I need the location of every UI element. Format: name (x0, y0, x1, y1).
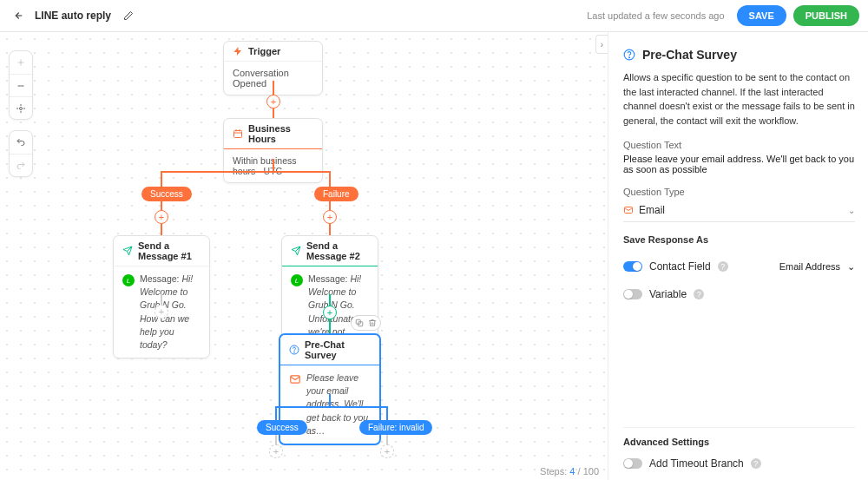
delete-node-button[interactable] (366, 319, 378, 327)
pre-chat-survey-title: Pre-Chat Survey (305, 339, 371, 360)
last-updated-label: Last updated a few seconds ago (587, 10, 724, 21)
plus-icon (16, 57, 26, 68)
line-channel-icon: L (291, 274, 303, 286)
trigger-node[interactable]: Trigger Conversation Opened (223, 41, 323, 95)
variable-label: Variable (649, 288, 687, 300)
add-step-survey-failure[interactable]: + (380, 444, 394, 458)
help-contact-field-icon[interactable]: ? (718, 261, 728, 272)
workflow-canvas[interactable]: Trigger Conversation Opened + Business H… (0, 32, 608, 480)
send-message-1-head: Send a Message #1 (114, 236, 209, 266)
pencil-icon (123, 10, 134, 21)
bolt-icon (233, 46, 243, 56)
chevron-down-icon: ⌄ (848, 206, 855, 215)
undo-group (9, 130, 33, 177)
help-variable-icon[interactable]: ? (694, 289, 704, 299)
calendar-icon (233, 128, 243, 139)
contact-field-select[interactable]: Email Address ⌄ (779, 261, 855, 273)
trash-icon (368, 319, 377, 327)
undo-icon (16, 137, 26, 148)
timeout-toggle[interactable] (623, 458, 642, 469)
timeout-label: Add Timeout Branch (649, 457, 744, 470)
add-step-success[interactable]: + (155, 210, 168, 224)
panel-description: Allows a specific question to be sent to… (623, 70, 855, 128)
add-step-failure[interactable]: + (323, 210, 337, 224)
send-message-2-head: Send a Message #2 (282, 236, 378, 266)
variable-toggle[interactable] (623, 289, 642, 299)
node-action-toolbar (351, 315, 381, 331)
redo-button[interactable] (10, 154, 32, 176)
line-channel-icon: L (122, 274, 135, 286)
fit-view-button[interactable] (10, 96, 32, 119)
minus-icon (16, 81, 26, 91)
send-message-1-node[interactable]: Send a Message #1 L Message: Hi! Welcome… (113, 235, 210, 358)
send-icon (291, 246, 301, 256)
branch-success-chip[interactable]: Success (141, 187, 192, 201)
question-circle-icon (289, 345, 299, 355)
business-hours-head: Business Hours (224, 119, 322, 149)
branch-failure-chip[interactable]: Failure (314, 187, 358, 201)
trigger-title: Trigger (248, 46, 280, 56)
contact-field-row: Contact Field ? Email Address ⌄ (623, 260, 855, 273)
panel-collapse-button[interactable]: › (595, 35, 608, 54)
header-left: LINE auto reply (9, 7, 137, 24)
redo-icon (16, 161, 26, 171)
chevron-right-icon: › (601, 40, 603, 49)
app-header: LINE auto reply Last updated a few secon… (0, 0, 868, 32)
question-text-label: Question Text (623, 140, 855, 150)
steps-counter: Steps: 4 / 100 (540, 466, 599, 477)
pre-chat-survey-head: Pre-Chat Survey (280, 335, 379, 365)
survey-branch-success-chip[interactable]: Success (257, 420, 307, 435)
question-type-value: Email (639, 204, 665, 216)
zoom-group (9, 50, 33, 120)
header-right: Last updated a few seconds ago SAVE PUBL… (587, 5, 859, 26)
trigger-node-head: Trigger (224, 42, 322, 62)
send-icon (122, 246, 133, 256)
canvas-tools (9, 50, 33, 177)
svg-point-19 (629, 57, 630, 58)
inspector-panel: Pre-Chat Survey Allows a specific questi… (608, 32, 868, 480)
add-step-after-msg2[interactable]: + (323, 306, 337, 319)
undo-button[interactable] (10, 131, 32, 154)
copy-icon (355, 319, 364, 327)
mail-icon (623, 205, 634, 215)
publish-button[interactable]: PUBLISH (793, 5, 859, 26)
add-step-after-trigger[interactable]: + (266, 95, 280, 108)
save-response-as-label: Save Response As (623, 234, 855, 245)
edit-title-button[interactable] (120, 7, 137, 24)
business-hours-title: Business Hours (248, 123, 313, 144)
panel-title-row: Pre-Chat Survey (623, 48, 855, 62)
save-button[interactable]: SAVE (737, 5, 786, 26)
panel-footer: Advanced Settings Add Timeout Branch ? (623, 427, 855, 473)
question-circle-icon (623, 49, 635, 61)
zoom-out-button[interactable] (10, 74, 32, 96)
crosshair-icon (16, 103, 26, 114)
svg-point-4 (20, 107, 23, 109)
send-message-1-title: Send a Message #1 (138, 240, 201, 261)
contact-field-label: Contact Field (649, 260, 711, 273)
mail-icon (289, 373, 301, 385)
copy-node-button[interactable] (353, 319, 365, 327)
send-message-2-title: Send a Message #2 (306, 240, 369, 261)
svg-point-16 (294, 352, 295, 352)
business-hours-node[interactable]: Business Hours Within business hours - U… (223, 118, 323, 183)
contact-field-toggle[interactable] (623, 261, 642, 272)
trigger-body: Conversation Opened (224, 62, 322, 95)
timeout-row: Add Timeout Branch ? (623, 457, 855, 470)
variable-row: Variable ? (623, 288, 855, 300)
chevron-down-icon: ⌄ (847, 261, 855, 273)
zoom-in-button[interactable] (10, 51, 32, 74)
page-title: LINE auto reply (35, 10, 111, 22)
panel-title: Pre-Chat Survey (642, 48, 737, 62)
add-step-survey-success[interactable]: + (269, 444, 283, 458)
advanced-settings-title: Advanced Settings (623, 437, 855, 447)
svg-rect-9 (234, 131, 242, 138)
add-step-after-msg1[interactable]: + (155, 305, 168, 319)
back-button[interactable] (9, 7, 26, 24)
question-text-value[interactable]: Please leave your email address. We'll g… (623, 154, 855, 174)
question-type-label: Question Type (623, 187, 855, 197)
arrow-left-icon (11, 10, 23, 22)
help-timeout-icon[interactable]: ? (751, 458, 761, 469)
question-type-select[interactable]: Email ⌄ (623, 201, 855, 222)
survey-branch-failure-chip[interactable]: Failure: invalid (359, 420, 432, 435)
business-hours-body: Within business hours - UTC (224, 149, 322, 182)
